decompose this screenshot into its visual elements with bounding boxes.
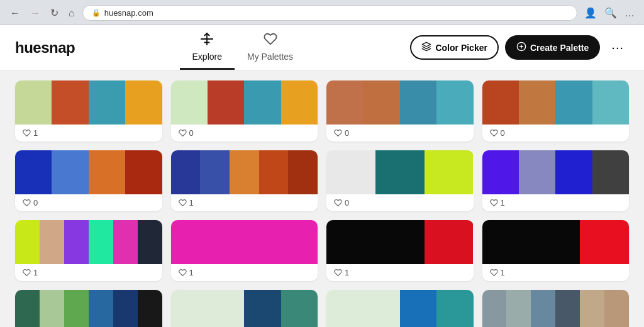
like-button[interactable]: 0	[179, 128, 194, 138]
palette-swatches	[15, 80, 162, 125]
palette-swatches	[482, 290, 630, 327]
like-button[interactable]: 0	[23, 198, 38, 208]
home-button[interactable]: ⌂	[66, 6, 77, 20]
palette-swatches	[15, 150, 162, 194]
color-swatch	[580, 290, 604, 327]
palette-card[interactable]: 1	[482, 290, 630, 327]
tab-explore[interactable]: Explore	[180, 25, 235, 70]
my-palettes-label: My Palettes	[247, 52, 293, 62]
forward-button[interactable]: →	[28, 6, 43, 20]
palette-card[interactable]: 0	[15, 150, 162, 211]
more-button[interactable]: ···	[606, 38, 629, 57]
color-swatch	[244, 80, 280, 125]
color-swatch	[326, 220, 375, 264]
palette-card[interactable]: 1	[482, 150, 630, 211]
color-swatch	[259, 150, 289, 194]
address-bar[interactable]: 🔒 huesnap.com	[82, 5, 577, 21]
color-swatch	[531, 290, 555, 327]
color-swatch	[15, 80, 52, 125]
palette-swatches	[171, 220, 318, 264]
palette-footer: 0	[326, 125, 474, 141]
color-swatch	[288, 150, 318, 194]
palette-card[interactable]: 1	[171, 150, 318, 211]
color-swatch	[281, 290, 318, 327]
palette-swatches	[326, 290, 474, 327]
palette-card[interactable]: 0	[326, 290, 474, 327]
profile-button[interactable]: 👤	[582, 5, 599, 21]
url-text: huesnap.com	[104, 8, 153, 18]
palette-card[interactable]: 1	[326, 220, 474, 281]
color-swatch	[269, 220, 318, 264]
color-swatch	[555, 150, 592, 194]
color-swatch	[592, 150, 629, 194]
color-swatch	[171, 80, 208, 125]
palette-card[interactable]: 1	[482, 220, 630, 281]
color-picker-label: Color Picker	[435, 43, 487, 53]
palette-card[interactable]: 1	[15, 80, 162, 141]
palette-card[interactable]: 0	[171, 80, 318, 141]
main-content: 10000101111121010111	[0, 70, 644, 327]
color-swatch	[219, 220, 269, 264]
color-swatch	[281, 80, 318, 125]
color-swatch	[326, 150, 375, 194]
like-button[interactable]: 1	[179, 198, 194, 208]
palette-card[interactable]: 2	[15, 290, 162, 327]
color-swatch	[113, 290, 138, 327]
color-picker-button[interactable]: Color Picker	[410, 35, 498, 60]
palette-grid: 10000101111121010111	[15, 80, 629, 327]
palette-swatches	[171, 80, 318, 125]
app-header: huesnap Explore My Palettes	[0, 25, 644, 70]
color-swatch	[138, 220, 162, 264]
palette-card[interactable]: 0	[482, 80, 630, 141]
palette-swatches	[326, 220, 474, 264]
color-swatch	[436, 80, 473, 125]
like-button[interactable]: 1	[179, 268, 194, 277]
palette-card[interactable]: 1	[15, 220, 162, 281]
palette-footer: 1	[171, 264, 318, 281]
palette-card[interactable]: 0	[326, 80, 474, 141]
color-swatch	[519, 150, 555, 194]
color-swatch	[425, 150, 474, 194]
color-swatch	[15, 150, 52, 194]
color-swatch	[244, 290, 280, 327]
color-swatch	[506, 290, 531, 327]
color-swatch	[208, 290, 244, 327]
refresh-button[interactable]: ↻	[48, 6, 61, 20]
color-swatch	[200, 150, 230, 194]
menu-button[interactable]: …	[623, 6, 636, 21]
heart-outline-icon	[264, 32, 277, 49]
create-palette-icon	[516, 42, 526, 53]
color-swatch	[326, 290, 363, 327]
like-button[interactable]: 1	[334, 268, 349, 277]
color-swatch	[436, 290, 473, 327]
palette-swatches	[15, 220, 162, 264]
color-swatch	[555, 290, 580, 327]
color-swatch	[89, 220, 113, 264]
color-swatch	[580, 220, 629, 264]
palette-card[interactable]: 0	[326, 150, 474, 211]
like-button[interactable]: 1	[23, 268, 38, 277]
color-picker-icon	[421, 42, 431, 53]
like-button[interactable]: 0	[334, 128, 349, 138]
palette-footer: 1	[482, 194, 630, 211]
like-button[interactable]: 1	[23, 128, 38, 138]
color-swatch	[230, 150, 259, 194]
palette-card[interactable]: 1	[171, 290, 318, 327]
color-swatch	[531, 220, 580, 264]
color-swatch	[125, 80, 162, 125]
back-button[interactable]: ←	[8, 6, 23, 20]
like-button[interactable]: 0	[334, 198, 349, 208]
like-button[interactable]: 1	[490, 198, 505, 208]
logo[interactable]: huesnap	[15, 39, 75, 57]
color-swatch	[113, 220, 138, 264]
search-button[interactable]: 🔍	[602, 5, 619, 21]
like-button[interactable]: 0	[490, 128, 505, 138]
color-swatch	[15, 220, 40, 264]
palette-card[interactable]: 1	[171, 220, 318, 281]
create-palette-button[interactable]: Create Palette	[505, 35, 600, 60]
lock-icon: 🔒	[92, 9, 101, 17]
like-button[interactable]: 1	[490, 268, 505, 277]
browser-right-icons: 👤 🔍 …	[582, 5, 636, 21]
tab-my-palettes[interactable]: My Palettes	[235, 25, 306, 70]
color-swatch	[592, 80, 629, 125]
